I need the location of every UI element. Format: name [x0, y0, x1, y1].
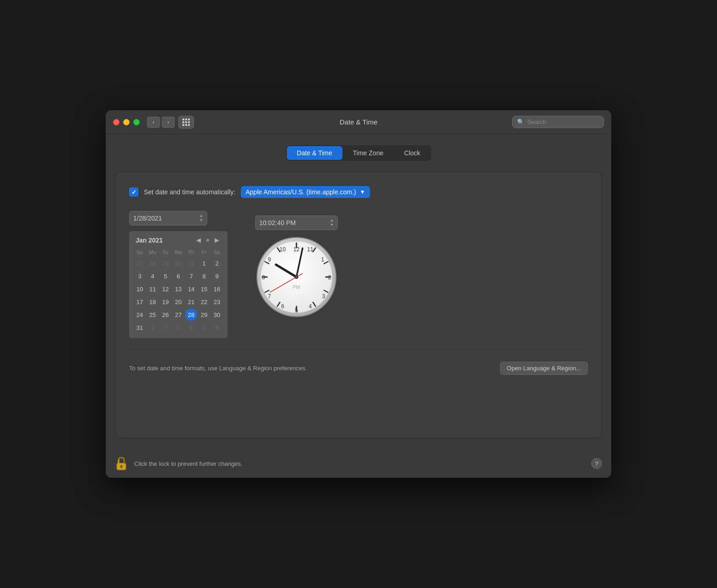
cal-day[interactable]: 9 [211, 270, 223, 282]
cal-day[interactable]: 1 [147, 322, 159, 334]
back-button[interactable]: ‹ [147, 117, 160, 128]
cal-day[interactable]: 3 [134, 270, 146, 282]
search-input[interactable] [527, 119, 599, 125]
stepper-down-icon[interactable]: ▼ [199, 218, 203, 223]
search-box[interactable]: 🔍 [512, 116, 604, 128]
lock-button[interactable] [115, 456, 128, 471]
cal-day[interactable]: 3 [172, 322, 184, 334]
cal-day[interactable]: 26 [159, 309, 171, 321]
svg-point-31 [296, 276, 297, 278]
analog-clock: 12 1 2 3 4 5 6 7 8 9 10 11 [255, 236, 338, 318]
svg-text:5: 5 [295, 307, 298, 314]
svg-text:6: 6 [281, 303, 285, 310]
cal-day[interactable]: 7 [185, 270, 197, 282]
server-dropdown[interactable]: Apple Americas/U.S. (time.apple.com.) ▼ [241, 186, 370, 198]
cal-day[interactable]: 27 [172, 309, 184, 321]
server-name: Apple Americas/U.S. (time.apple.com.) [245, 188, 356, 196]
cal-day[interactable]: 6 [211, 322, 223, 334]
auto-time-checkbox[interactable]: ✓ [129, 187, 138, 197]
cal-day-selected[interactable]: 28 [185, 309, 197, 321]
stepper-down-icon[interactable]: ▼ [330, 223, 334, 227]
svg-text:4: 4 [309, 303, 312, 310]
titlebar: ‹ › Date & Time 🔍 [106, 110, 611, 134]
help-button[interactable]: ? [591, 458, 602, 469]
cal-day[interactable]: 19 [159, 296, 171, 308]
calendar-header: Jan 2021 ◀ ▶ [134, 236, 223, 244]
svg-text:8: 8 [262, 274, 265, 281]
time-stepper[interactable]: ▲ ▼ [330, 218, 334, 227]
tab-date-time[interactable]: Date & Time [287, 146, 342, 160]
time-input-field[interactable]: 10:02:40 PM ▲ ▼ [255, 215, 338, 230]
tabs: Date & Time Time Zone Clock [286, 145, 431, 161]
date-stepper[interactable]: ▲ ▼ [199, 214, 203, 223]
cal-day[interactable]: 2 [159, 322, 171, 334]
stepper-up-icon[interactable]: ▲ [330, 218, 334, 223]
cal-day[interactable]: 6 [172, 270, 184, 282]
grid-view-button[interactable] [178, 116, 194, 129]
cal-day[interactable]: 11 [147, 283, 159, 295]
cal-day[interactable]: 8 [198, 270, 210, 282]
calendar-prev-button[interactable]: ◀ [194, 236, 203, 244]
cal-day[interactable]: 31 [134, 322, 146, 334]
main-window: ‹ › Date & Time 🔍 Date & Time Time Zone [106, 110, 611, 478]
date-input-field[interactable]: 1/28/2021 ▲ ▼ [129, 211, 207, 226]
dow-sa: Sa [211, 248, 223, 256]
minimize-button[interactable] [123, 119, 130, 125]
forward-button[interactable]: › [162, 117, 175, 128]
cal-day[interactable]: 15 [198, 283, 210, 295]
dow-mo: Mo [147, 248, 159, 256]
svg-text:1: 1 [321, 256, 324, 263]
tab-clock[interactable]: Clock [394, 146, 430, 160]
bottom-bar: Click the lock to prevent further change… [106, 449, 611, 478]
svg-rect-34 [121, 466, 122, 468]
cal-day[interactable]: 24 [134, 309, 146, 321]
grid-icon [182, 119, 190, 126]
cal-day[interactable]: 29 [159, 257, 171, 269]
cal-day[interactable]: 16 [211, 283, 223, 295]
cal-day[interactable]: 13 [172, 283, 184, 295]
cal-day[interactable]: 4 [147, 270, 159, 282]
cal-day[interactable]: 30 [211, 309, 223, 321]
close-button[interactable] [113, 119, 120, 125]
calendar-next-button[interactable]: ▶ [213, 236, 221, 244]
auto-time-row: ✓ Set date and time automatically: Apple… [129, 186, 588, 198]
cal-day[interactable]: 29 [198, 309, 210, 321]
cal-day[interactable]: 30 [172, 257, 184, 269]
cal-day[interactable]: 5 [159, 270, 171, 282]
svg-text:12: 12 [293, 246, 300, 253]
cal-day[interactable]: 10 [134, 283, 146, 295]
date-time-area: 1/28/2021 ▲ ▼ Jan 2021 ◀ [129, 211, 588, 338]
cal-day[interactable]: 31 [185, 257, 197, 269]
cal-day[interactable]: 2 [211, 257, 223, 269]
calendar-nav: ◀ ▶ [194, 236, 221, 244]
time-value: 10:02:40 PM [259, 219, 328, 226]
maximize-button[interactable] [133, 119, 140, 125]
cal-day[interactable]: 22 [198, 296, 210, 308]
forward-icon: › [167, 119, 169, 125]
cal-day[interactable]: 5 [198, 322, 210, 334]
open-language-region-button[interactable]: Open Language & Region... [500, 362, 588, 375]
cal-day[interactable]: 23 [211, 296, 223, 308]
cal-day[interactable]: 12 [159, 283, 171, 295]
cal-day[interactable]: 28 [147, 257, 159, 269]
dow-su: Su [134, 248, 146, 256]
cal-day[interactable]: 27 [134, 257, 146, 269]
stepper-up-icon[interactable]: ▲ [199, 214, 203, 218]
cal-day[interactable]: 20 [172, 296, 184, 308]
panel: ✓ Set date and time automatically: Apple… [115, 172, 602, 438]
cal-day[interactable]: 17 [134, 296, 146, 308]
tab-time-zone[interactable]: Time Zone [343, 146, 393, 160]
cal-day[interactable]: 14 [185, 283, 197, 295]
calendar-month-year: Jan 2021 [136, 237, 163, 244]
svg-text:PM: PM [293, 284, 301, 290]
calendar-today-dot[interactable] [206, 239, 209, 242]
cal-day[interactable]: 18 [147, 296, 159, 308]
chevron-down-icon: ▼ [360, 189, 365, 195]
cal-day[interactable]: 4 [185, 322, 197, 334]
cal-day[interactable]: 1 [198, 257, 210, 269]
cal-day[interactable]: 21 [185, 296, 197, 308]
auto-time-label: Set date and time automatically: [144, 188, 235, 196]
calendar-grid: Su Mo Tu We Th Fr Sa 27 28 29 30 [134, 248, 223, 334]
cal-day[interactable]: 25 [147, 309, 159, 321]
window-title: Date & Time [340, 118, 378, 126]
